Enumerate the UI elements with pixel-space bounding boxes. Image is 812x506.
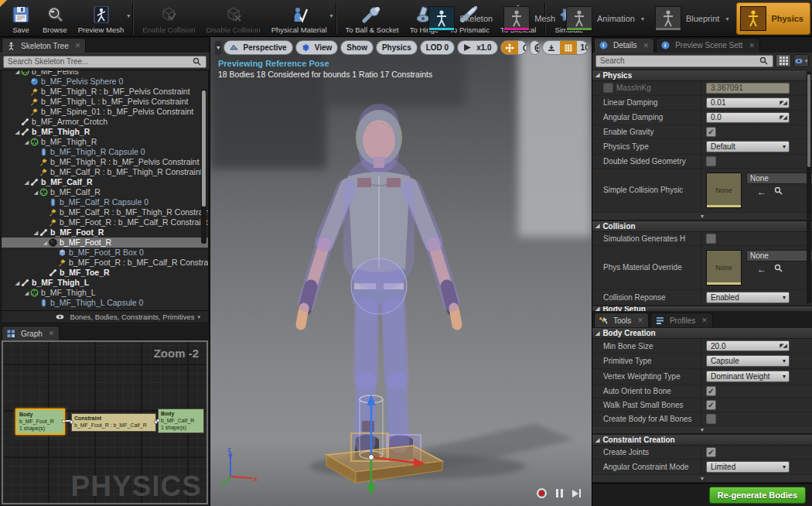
- close-icon[interactable]: ✕: [75, 42, 81, 50]
- value-checkbox[interactable]: ✓: [706, 386, 716, 396]
- tree-row-b-mf-thigh-r-b-mf-pelvis-constraint[interactable]: b_MF_Thigh_R : b_MF_Pelvis Constraint: [2, 87, 208, 97]
- tree-row-b-mf-thigh-r-b-mf-pelvis-constraint[interactable]: b_MF_Thigh_R : b_MF_Pelvis Constraint: [2, 157, 208, 167]
- property-matrix-button[interactable]: [776, 54, 791, 67]
- viewport-button-show[interactable]: Show: [340, 40, 374, 55]
- move-tool-button[interactable]: [501, 41, 518, 54]
- expand-arrow-icon[interactable]: ◢: [23, 177, 30, 187]
- tab-skeleton-tree[interactable]: Skeleton Tree ✕: [2, 38, 86, 53]
- asset-dropdown[interactable]: None▾: [746, 173, 812, 184]
- value-checkbox[interactable]: [706, 156, 716, 166]
- value-checkbox[interactable]: ✓: [706, 127, 716, 137]
- tree-row-b-mf-calf-r-capsule-0[interactable]: b_MF_Calf_R Capsule 0: [2, 197, 208, 207]
- skeleton-tree-scrollbar[interactable]: [201, 89, 206, 244]
- step-forward-button[interactable]: [572, 489, 581, 497]
- 3d-viewport[interactable]: ▾ PerspectiveViewShowPhysicsLOD 0x1.0 10…: [210, 37, 592, 506]
- value-dropdown[interactable]: Capsule▾: [706, 355, 790, 367]
- tree-row-b-mf-calf-r-b-mf-thigh-r-constraint[interactable]: b_MF_Calf_R : b_MF_Thigh_R Constraint: [2, 167, 208, 177]
- use-selected-icon[interactable]: ←: [757, 264, 766, 275]
- grid-snap-value[interactable]: 10▾: [577, 41, 589, 54]
- expand-arrow-icon[interactable]: ◢: [14, 127, 21, 137]
- tree-row-b-mf-pelvis-sphere-0[interactable]: b_MF_Pelvis Sphere 0: [2, 77, 208, 87]
- expand-arrow-icon[interactable]: ◢: [23, 137, 30, 147]
- asset-tab-skeleton[interactable]: Skeleton: [425, 2, 499, 35]
- tab-preview-scene-sett[interactable]: iPreview Scene Sett✕: [656, 38, 760, 53]
- value-dropdown[interactable]: Default▾: [706, 141, 790, 152]
- tree-row-b-mf-thigh-l-capsule-0[interactable]: b_MF_Thigh_L Capsule 0: [2, 298, 208, 308]
- value-checkbox[interactable]: ✓: [706, 447, 716, 457]
- tree-row-b-mf-calf-r[interactable]: ◢b_MF_Calf_R: [2, 187, 208, 197]
- record-button[interactable]: [537, 488, 547, 498]
- section-header-collision[interactable]: ◢Collision: [592, 221, 812, 232]
- section-header-constraint-creation[interactable]: ◢Constraint Creation: [592, 434, 812, 446]
- tree-row-b-mf-thigh-l[interactable]: ◢b_MF_Thigh_L: [2, 278, 208, 288]
- details-scrollbar[interactable]: [807, 71, 811, 303]
- graph-canvas[interactable]: Zoom -2 PHYSICS Bodyb_MF_Foot_R1 shape(s…: [2, 340, 208, 504]
- value-checkbox[interactable]: [706, 234, 716, 244]
- use-selected-icon[interactable]: ←: [757, 186, 766, 197]
- tree-row-b-mf-pelvis[interactable]: ◢b_MF_Pelvis: [2, 70, 208, 77]
- expand-arrow-icon[interactable]: ◢: [32, 187, 39, 197]
- value-spinbox[interactable]: 20.0◤◢: [706, 340, 790, 351]
- section-header-physics[interactable]: ◢Physics: [592, 70, 812, 81]
- toolbar-button-save[interactable]: Save: [5, 0, 37, 36]
- toolbar-button-preview-mesh[interactable]: Preview Mesh▾: [73, 0, 130, 36]
- tree-row-b-mf-armor-crotch[interactable]: b_MF_Armor_Crotch: [2, 117, 208, 127]
- tree-row-b-mf-calf-r[interactable]: ◢b_MF_Calf_R: [2, 177, 208, 187]
- asset-tab-physics[interactable]: Physics: [736, 2, 810, 35]
- section-expander[interactable]: ▼: [592, 213, 812, 221]
- tree-row-b-mf-calf-r-b-mf-thigh-r-constraint[interactable]: b_MF_Calf_R : b_MF_Thigh_R Constraint: [2, 207, 208, 217]
- expand-arrow-icon[interactable]: ◢: [14, 70, 21, 77]
- toolbar-button-physical-material[interactable]: Physical Material▾: [266, 0, 333, 36]
- rotate-tool-button[interactable]: [518, 41, 527, 54]
- regenerate-bodies-button[interactable]: Re-generate Bodies: [709, 487, 806, 504]
- expand-arrow-icon[interactable]: ◢: [32, 227, 39, 238]
- tree-row-b-mf-thigh-r-capsule-0[interactable]: b_MF_Thigh_R Capsule 0: [2, 147, 208, 157]
- viewport-button-physics[interactable]: Physics: [376, 40, 418, 55]
- tab-profiles[interactable]: Profiles✕: [650, 313, 713, 327]
- value-spinbox[interactable]: 0.01◤◢: [706, 97, 790, 108]
- surface-snap-button[interactable]: [543, 41, 560, 54]
- tree-row-b-mf-foot-r-box-0[interactable]: b_MF_Foot_R Box 0: [2, 248, 208, 258]
- tree-row-b-mf-foot-r-b-mf-calf-r-constraint[interactable]: b_MF_Foot_R : b_MF_Calf_R Constraint: [2, 217, 208, 227]
- section-body-setup[interactable]: ◢Body Setup: [592, 306, 812, 312]
- asset-dropdown[interactable]: None▾: [746, 250, 812, 262]
- spinner-icon[interactable]: ◤◢: [780, 100, 786, 106]
- value-dropdown[interactable]: Dominant Weight▾: [706, 371, 790, 382]
- viewport-button-x1-0[interactable]: x1.0: [457, 40, 497, 55]
- details-search-input[interactable]: [595, 55, 773, 67]
- tree-row-b-mf-spine-01-b-mf-pelvis-constraint[interactable]: b_MF_Spine_01 : b_MF_Pelvis Constraint: [2, 107, 208, 117]
- viewport-button-lod-0[interactable]: LOD 0: [420, 40, 455, 55]
- coordinate-system-button[interactable]: [530, 40, 540, 55]
- expand-arrow-icon[interactable]: ◢: [14, 278, 21, 288]
- viewport-button-view[interactable]: View: [295, 40, 339, 55]
- value-spinbox[interactable]: 0.0◤◢: [706, 112, 790, 123]
- spinner-icon[interactable]: ◤◢: [780, 343, 786, 349]
- close-icon[interactable]: ✕: [701, 316, 708, 324]
- graph-node-body-b-mf-foot-r[interactable]: Bodyb_MF_Foot_R1 shape(s): [15, 409, 65, 435]
- tab-graph[interactable]: Graph ✕: [2, 326, 60, 340]
- asset-tab-blueprint[interactable]: Blueprint▾: [652, 2, 735, 35]
- spinner-icon[interactable]: ◤◢: [780, 115, 786, 121]
- tab-details[interactable]: iDetails✕: [594, 38, 654, 53]
- browse-asset-icon[interactable]: [774, 186, 783, 197]
- tree-row-b-mf-thigh-r[interactable]: ◢b_MF_Thigh_R: [2, 127, 208, 137]
- tree-row-b-mf-foot-r-b-mf-calf-r-constraint[interactable]: b_MF_Foot_R : b_MF_Calf_R Constraint: [2, 258, 208, 268]
- tree-row-b-mf-foot-r[interactable]: ◢b_MF_Foot_R: [2, 227, 208, 238]
- close-icon[interactable]: ✕: [49, 330, 55, 337]
- value-dropdown[interactable]: Enabled▾: [706, 292, 790, 303]
- expand-arrow-icon[interactable]: ◢: [42, 238, 49, 248]
- viewport-options-button[interactable]: ▾: [215, 41, 221, 55]
- viewport-button-perspective[interactable]: Perspective: [223, 40, 292, 55]
- tree-row-b-mf-toe-r[interactable]: b_MF_Toe_R: [2, 268, 208, 278]
- section-expander[interactable]: ▼: [592, 475, 812, 483]
- tree-row-b-mf-thigh-r[interactable]: ◢b_MF_Thigh_R: [2, 137, 208, 147]
- close-icon[interactable]: ✕: [637, 316, 643, 324]
- graph-node-constraint-b-mf-foot-r-b-mf-calf-r[interactable]: Constraintb_MF_Foot_R : b_MF_Calf_R: [71, 413, 156, 432]
- display-filter-button[interactable]: ▾: [793, 54, 809, 67]
- graph-node-body-b-mf-calf-r[interactable]: Bodyb_MF_Calf_R1 shape(s): [158, 409, 204, 433]
- tree-row-b-mf-thigh-l-b-mf-pelvis-constraint[interactable]: b_MF_Thigh_L : b_MF_Pelvis Constraint: [2, 97, 208, 107]
- grid-snap-button[interactable]: [560, 41, 577, 54]
- value-checkbox[interactable]: ✓: [706, 400, 716, 410]
- node-pin[interactable]: [62, 419, 66, 423]
- section-header-body-creation[interactable]: ◢Body Creation: [592, 327, 812, 339]
